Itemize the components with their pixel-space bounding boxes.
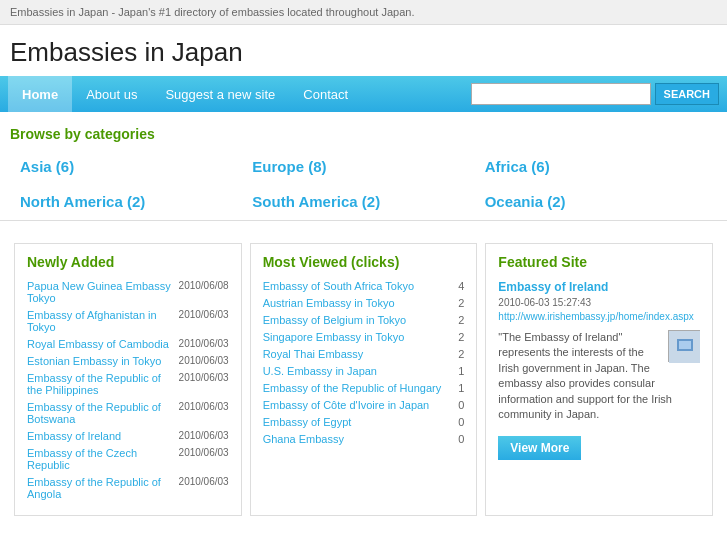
- date-badge: 2010/06/03: [179, 430, 229, 441]
- date-badge: 2010/06/08: [179, 280, 229, 291]
- category-oceania[interactable]: Oceania (2): [485, 193, 707, 210]
- list-item: Ghana Embassy 0: [263, 433, 465, 445]
- list-item: Embassy of the Republic of Hungary 1: [263, 382, 465, 394]
- featured-site-name[interactable]: Embassy of Ireland: [498, 280, 700, 294]
- list-item: Embassy of the Czech Republic 2010/06/03: [27, 447, 229, 471]
- newly-added-link[interactable]: Embassy of the Republic of Angola: [27, 476, 175, 500]
- category-asia[interactable]: Asia (6): [20, 158, 242, 175]
- newly-added-title: Newly Added: [27, 254, 229, 270]
- tagline: Embassies in Japan - Japan's #1 director…: [0, 0, 727, 25]
- newly-added-list: Papua New Guinea Embassy Tokyo 2010/06/0…: [27, 280, 229, 500]
- click-count: 4: [452, 280, 464, 292]
- most-viewed-link[interactable]: Embassy of Côte d'Ivoire in Japan: [263, 399, 449, 411]
- page-title: Embassies in Japan: [0, 25, 727, 76]
- click-count: 2: [452, 348, 464, 360]
- most-viewed-link[interactable]: Embassy of Belgium in Tokyo: [263, 314, 449, 326]
- view-more-button[interactable]: View More: [498, 436, 581, 460]
- newly-added-link[interactable]: Embassy of the Republic of Botswana: [27, 401, 175, 425]
- most-viewed-link[interactable]: Singapore Embassy in Tokyo: [263, 331, 449, 343]
- date-badge: 2010/06/03: [179, 447, 229, 458]
- list-item: Royal Thai Embassy 2: [263, 348, 465, 360]
- list-item: Papua New Guinea Embassy Tokyo 2010/06/0…: [27, 280, 229, 304]
- category-europe[interactable]: Europe (8): [252, 158, 474, 175]
- date-badge: 2010/06/03: [179, 372, 229, 383]
- bottom-section: Newly Added Papua New Guinea Embassy Tok…: [0, 229, 727, 530]
- most-viewed-link[interactable]: U.S. Embassy in Japan: [263, 365, 449, 377]
- category-north-america[interactable]: North America (2): [20, 193, 242, 210]
- list-item: Embassy of South Africa Tokyo 4: [263, 280, 465, 292]
- most-viewed-link[interactable]: Embassy of the Republic of Hungary: [263, 382, 449, 394]
- list-item: Estonian Embassy in Tokyo 2010/06/03: [27, 355, 229, 367]
- list-item: Embassy of Ireland 2010/06/03: [27, 430, 229, 442]
- click-count: 2: [452, 314, 464, 326]
- most-viewed-list: Embassy of South Africa Tokyo 4 Austrian…: [263, 280, 465, 445]
- date-badge: 2010/06/03: [179, 355, 229, 366]
- most-viewed-title: Most Viewed (clicks): [263, 254, 465, 270]
- categories-section: Browse by categories Asia (6) Europe (8)…: [0, 112, 727, 221]
- newly-added-link[interactable]: Papua New Guinea Embassy Tokyo: [27, 280, 175, 304]
- list-item: U.S. Embassy in Japan 1: [263, 365, 465, 377]
- nav-home[interactable]: Home: [8, 76, 72, 112]
- newly-added-panel: Newly Added Papua New Guinea Embassy Tok…: [14, 243, 242, 516]
- search-input[interactable]: [471, 83, 651, 105]
- search-area: SEARCH: [471, 83, 719, 105]
- click-count: 0: [452, 433, 464, 445]
- featured-date: 2010-06-03 15:27:43: [498, 297, 700, 308]
- featured-url[interactable]: http://www.irishembassy.jp/home/index.as…: [498, 311, 700, 322]
- list-item: Embassy of the Republic of Angola 2010/0…: [27, 476, 229, 500]
- svg-rect-2: [679, 341, 691, 349]
- click-count: 2: [452, 297, 464, 309]
- most-viewed-link[interactable]: Austrian Embassy in Tokyo: [263, 297, 449, 309]
- nav-contact[interactable]: Contact: [289, 76, 362, 112]
- featured-panel: Featured Site Embassy of Ireland 2010-06…: [485, 243, 713, 516]
- most-viewed-link[interactable]: Embassy of South Africa Tokyo: [263, 280, 449, 292]
- list-item: Embassy of the Republic of the Philippin…: [27, 372, 229, 396]
- category-africa[interactable]: Africa (6): [485, 158, 707, 175]
- list-item: Embassy of Côte d'Ivoire in Japan 0: [263, 399, 465, 411]
- date-badge: 2010/06/03: [179, 309, 229, 320]
- list-item: Embassy of the Republic of Botswana 2010…: [27, 401, 229, 425]
- click-count: 0: [452, 416, 464, 428]
- featured-image: [668, 330, 700, 362]
- list-item: Embassy of Belgium in Tokyo 2: [263, 314, 465, 326]
- list-item: Royal Embassy of Cambodia 2010/06/03: [27, 338, 229, 350]
- nav-suggest[interactable]: Suggest a new site: [151, 76, 289, 112]
- newly-added-link[interactable]: Embassy of the Republic of the Philippin…: [27, 372, 175, 396]
- click-count: 2: [452, 331, 464, 343]
- most-viewed-panel: Most Viewed (clicks) Embassy of South Af…: [250, 243, 478, 516]
- click-count: 0: [452, 399, 464, 411]
- most-viewed-link[interactable]: Embassy of Egypt: [263, 416, 449, 428]
- list-item: Embassy of Afghanistan in Tokyo 2010/06/…: [27, 309, 229, 333]
- categories-grid: Asia (6) Europe (8) Africa (6) North Ame…: [10, 158, 717, 210]
- most-viewed-link[interactable]: Ghana Embassy: [263, 433, 449, 445]
- click-count: 1: [452, 382, 464, 394]
- click-count: 1: [452, 365, 464, 377]
- date-badge: 2010/06/03: [179, 338, 229, 349]
- list-item: Embassy of Egypt 0: [263, 416, 465, 428]
- newly-added-link[interactable]: Embassy of the Czech Republic: [27, 447, 175, 471]
- nav-about[interactable]: About us: [72, 76, 151, 112]
- categories-title: Browse by categories: [10, 126, 717, 142]
- newly-added-link[interactable]: Embassy of Ireland: [27, 430, 175, 442]
- newly-added-link[interactable]: Embassy of Afghanistan in Tokyo: [27, 309, 175, 333]
- newly-added-link[interactable]: Estonian Embassy in Tokyo: [27, 355, 175, 367]
- most-viewed-link[interactable]: Royal Thai Embassy: [263, 348, 449, 360]
- category-south-america[interactable]: South America (2): [252, 193, 474, 210]
- search-button[interactable]: SEARCH: [655, 83, 719, 105]
- featured-title: Featured Site: [498, 254, 700, 270]
- list-item: Austrian Embassy in Tokyo 2: [263, 297, 465, 309]
- newly-added-link[interactable]: Royal Embassy of Cambodia: [27, 338, 175, 350]
- date-badge: 2010/06/03: [179, 476, 229, 487]
- list-item: Singapore Embassy in Tokyo 2: [263, 331, 465, 343]
- navbar: Home About us Suggest a new site Contact…: [0, 76, 727, 112]
- date-badge: 2010/06/03: [179, 401, 229, 412]
